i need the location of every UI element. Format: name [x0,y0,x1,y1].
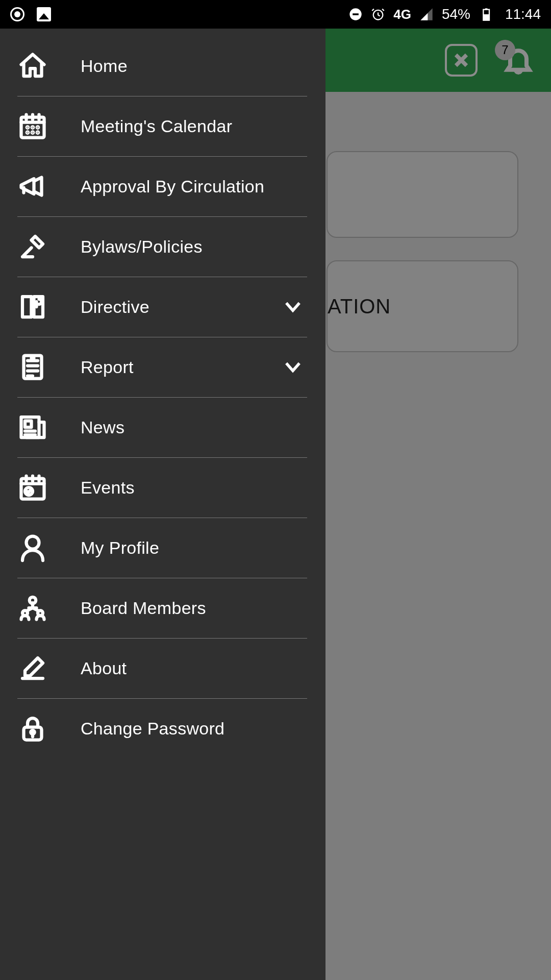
dnd-icon [348,7,363,21]
megaphone-icon [17,171,48,202]
nav-item-about[interactable]: About [0,638,325,698]
record-icon [10,7,24,21]
svg-rect-5 [485,8,488,9]
nav-label: Events [81,478,305,498]
network-label: 4G [393,7,411,22]
nav-label: My Profile [81,538,305,558]
svg-rect-4 [483,14,489,20]
nav-item-bylaws[interactable]: Bylaws/Policies [0,216,325,277]
svg-rect-1 [353,13,359,15]
nav-item-directive[interactable]: Directive [0,277,325,337]
nav-label: Home [81,56,305,76]
status-bar: 4G 54% 11:44 [0,0,551,29]
nav-label: Report [81,357,281,377]
nav-item-calendar[interactable]: Meeting's Calendar [0,96,325,156]
edit-icon [17,653,48,683]
nav-label: News [81,418,305,437]
chevron-down-icon [281,355,305,379]
lock-icon [17,713,48,744]
svg-point-7 [27,127,29,128]
nav-label: Bylaws/Policies [81,237,305,257]
book-tools-icon [17,291,48,322]
svg-point-14 [32,357,34,359]
profile-icon [17,532,48,563]
nav-label: About [81,658,305,678]
home-icon [17,51,48,81]
news-icon [17,412,48,443]
document-icon [17,352,48,382]
calendar-icon [17,111,48,141]
nav-label: Directive [81,297,281,317]
events-icon [17,472,48,503]
members-icon [17,593,48,623]
chevron-down-icon [281,295,305,319]
battery-icon [479,7,493,21]
battery-label: 54% [442,6,470,22]
svg-rect-16 [25,421,32,428]
alarm-icon [371,7,385,21]
svg-point-11 [32,132,34,133]
nav-item-board[interactable]: Board Members [0,578,325,638]
nav-item-profile[interactable]: My Profile [0,518,325,578]
svg-point-19 [27,536,39,549]
svg-point-10 [27,132,29,133]
navigation-drawer: Home Meeting's Calendar Approval By Circ… [0,29,325,980]
nav-label: Board Members [81,598,305,618]
nav-label: Approval By Circulation [81,177,305,197]
gallery-icon [37,7,51,21]
signal-icon [419,7,434,21]
svg-point-9 [37,127,39,128]
nav-item-events[interactable]: Events [0,457,325,518]
gavel-icon [17,231,48,262]
nav-label: Change Password [81,719,305,739]
nav-item-home[interactable]: Home [0,36,325,96]
nav-item-report[interactable]: Report [0,337,325,397]
nav-item-news[interactable]: News [0,397,325,457]
nav-item-password[interactable]: Change Password [0,698,325,758]
nav-label: Meeting's Calendar [81,116,305,136]
svg-point-8 [32,127,34,128]
svg-point-12 [37,132,39,133]
nav-item-approval[interactable]: Approval By Circulation [0,156,325,216]
clock-label: 11:44 [505,6,541,22]
